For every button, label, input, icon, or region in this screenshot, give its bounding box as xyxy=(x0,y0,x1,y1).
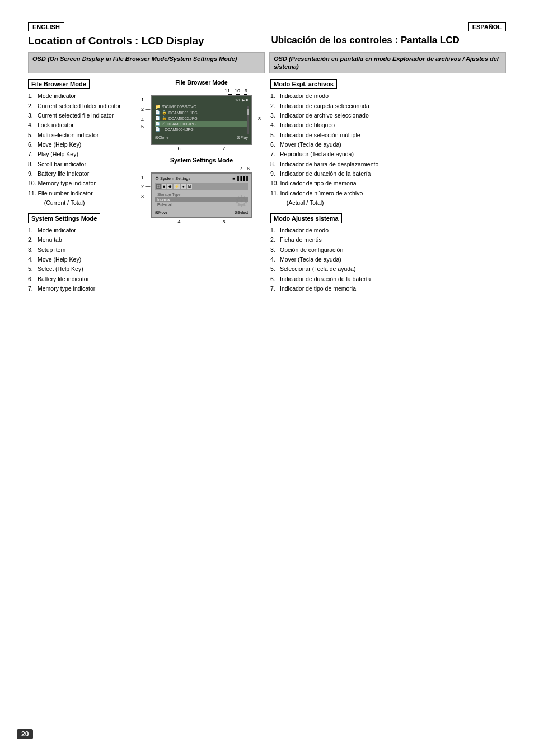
scrollbar-thumb xyxy=(247,109,249,115)
sys-callout-2: 2 — xyxy=(141,184,151,189)
list-item: 6.Battery life indicator xyxy=(28,274,133,284)
list-item: 2.Current selected folder indicator xyxy=(28,101,133,111)
subtitle-english: OSD (On Screen Display in File Browser M… xyxy=(28,52,265,74)
file-browser-list-es: 1.Indicador de modo 2.Indicador de carpe… xyxy=(270,91,506,208)
top-callouts: 11 10 9 xyxy=(151,88,252,94)
list-item: 5.Seleccionar (Tecla de ayuda) xyxy=(270,264,506,274)
system-settings-lcd: ⚙ System Settings ■ ▐▐▐▐ □ ■ ◆ ⚡ ● M xyxy=(151,172,252,218)
system-settings-heading-es: Modo Ajustes sistema xyxy=(270,213,342,223)
left-callout-5: 5 — xyxy=(141,124,151,129)
file-browser-screen: 1 — 2 — 4 — 5 — — 8 1/1 ▶ ■ xyxy=(151,95,252,145)
list-item: 4.Lock indicator xyxy=(28,120,133,130)
list-item: 7.Play (Help Key) xyxy=(28,150,133,159)
left-callout-2: 2 — xyxy=(141,106,151,112)
list-item: 8.Scroll bar indicator xyxy=(28,160,133,169)
list-item: 9.Battery life indicator xyxy=(28,169,133,179)
lcd-directory-row: 📁 /DCIM/100SSDVC xyxy=(155,104,248,110)
list-item: 1.Indicador de modo xyxy=(270,91,506,101)
lang-badge-espanol: ESPAÑOL xyxy=(468,22,506,31)
file-browser-heading-es: Modo Expl. archivos xyxy=(270,79,337,89)
sys-callout-3: 3 — xyxy=(141,194,151,199)
list-item: 6.Indicador de duración de la batería xyxy=(270,274,506,284)
list-item: 3.Opción de configuración xyxy=(270,245,506,255)
sys-callout-1: 1 — xyxy=(141,175,151,180)
lcd-file-row-1: 📄 🔒 DCAM0001.JPG xyxy=(155,110,248,115)
right-callout-8: — 8 xyxy=(251,116,261,122)
left-callout-4: 4 — xyxy=(141,117,151,123)
list-item: (Actual / Total) xyxy=(270,198,506,208)
system-settings-list-en: 1.Mode indicator 2.Menu tab 3.Setup item… xyxy=(28,226,133,293)
list-item: 1.Mode indicator xyxy=(28,226,133,235)
list-item: 5.Select (Help Key) xyxy=(28,264,133,274)
screens-column: File Browser Mode 11 10 9 1 — xyxy=(137,79,266,225)
list-item: 8.Indicador de barra de desplazamiento xyxy=(270,160,506,169)
sys-bottom-callouts: 4 5 xyxy=(151,219,252,225)
list-item: 2.Ficha de menús xyxy=(270,235,506,245)
lcd-file-row-4: 📄 DCAM0004.JPG xyxy=(155,127,248,132)
subtitle-espanol: OSD (Presentación en pantalla en modo Ex… xyxy=(269,52,506,74)
bottom-callouts-file: 6 7 xyxy=(151,146,252,151)
file-browser-list-en: 1.Mode indicator 2.Current selected fold… xyxy=(28,91,133,208)
main-title-espanol: Ubicación de los controles : Pantalla LC… xyxy=(263,35,507,48)
english-column: File Browser Mode 1.Mode indicator 2.Cur… xyxy=(28,79,137,299)
list-item: 6.Move (Help Key) xyxy=(28,140,133,150)
list-item: 1.Mode indicator xyxy=(28,91,133,101)
system-settings-screen-title: System Settings Mode xyxy=(140,157,263,164)
main-title-english: Location of Controls : LCD Display xyxy=(28,35,263,48)
lang-badge-english: ENGLISH xyxy=(28,22,64,31)
sys-lcd-header: ⚙ System Settings ■ ▐▐▐▐ xyxy=(155,176,248,181)
list-item: 9.Indicador de duración de la batería xyxy=(270,169,506,179)
left-callout-1: 1 — xyxy=(141,97,151,102)
list-item: 4.Indicador de bloqueo xyxy=(270,120,506,130)
lcd-file-row-2: 📄 🔒 DCAM0002.JPG xyxy=(155,115,248,121)
system-settings-screen: 1 — 2 — 3 — ⚙ System Settings ■ ▐▐▐▐ □ ■ xyxy=(151,172,252,218)
espanol-column: Modo Expl. archivos 1.Indicador de modo … xyxy=(266,79,506,299)
list-item: 6.Mover (Tecla de ayuda) xyxy=(270,140,506,150)
list-item: (Current / Total) xyxy=(28,198,133,208)
sys-top-callouts: 7 6 xyxy=(151,166,252,171)
list-item: 2.Indicador de carpeta seleccionada xyxy=(270,101,506,111)
list-item: 10.Memory type indicator xyxy=(28,179,133,188)
gear-icon: ⚙ xyxy=(235,192,249,211)
lcd-file-row-3: 📄 ✓ DCAM0003.JPG xyxy=(155,121,248,127)
lcd-footer-bar: ⊠Clone ⊠Play xyxy=(155,134,248,140)
file-browser-screen-title: File Browser Mode xyxy=(140,79,263,86)
file-browser-heading-en: File Browser Mode xyxy=(28,79,90,89)
page-number: 20 xyxy=(17,729,33,739)
list-item: 7.Indicador de tipo de memoria xyxy=(270,284,506,293)
list-item: 3.Indicador de archivo seleccionado xyxy=(270,111,506,120)
scrollbar xyxy=(247,106,249,134)
lcd-header-bar: 1/1 ▶ ■ xyxy=(155,98,248,102)
list-item: 1.Indicador de modo xyxy=(270,226,506,235)
list-item: 4.Mover (Tecla de ayuda) xyxy=(270,255,506,264)
list-item: 4.Move (Help Key) xyxy=(28,255,133,264)
list-item: 7.Reproducir (Tecla de ayuda) xyxy=(270,150,506,159)
list-item: 5.Multi selection indicator xyxy=(28,130,133,140)
sys-tabs: □ ■ ◆ ⚡ ● M xyxy=(155,183,248,190)
system-settings-heading-en: System Settings Mode xyxy=(28,213,100,223)
lcd-file-display: 1/1 ▶ ■ 📁 /DCIM/100SSDVC 📄 🔒 xyxy=(151,95,252,145)
list-item: 7.Memory type indicator xyxy=(28,284,133,293)
list-item: 10.Indicador de tipo de memoria xyxy=(270,179,506,188)
system-settings-list-es: 1.Indicador de modo 2.Ficha de menús 3.O… xyxy=(270,226,506,293)
list-item: 3.Current selected file indicator xyxy=(28,111,133,120)
list-item: 11.File number indicator xyxy=(28,189,133,198)
list-item: 11.Indicador de número de archivo xyxy=(270,189,506,198)
list-item: 2.Menu tab xyxy=(28,235,133,245)
list-item: 3.Setup item xyxy=(28,245,133,255)
list-item: 5.Indicador de selección múltiple xyxy=(270,130,506,140)
